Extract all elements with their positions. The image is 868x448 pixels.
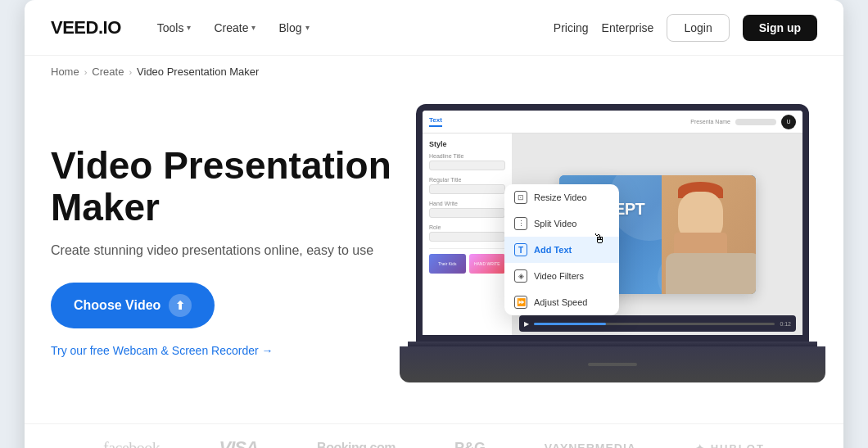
nav-enterprise[interactable]: Enterprise <box>602 21 654 34</box>
browser-window: VEED.IO Tools ▾ Create ▾ Blog ▾ Pricing … <box>25 0 843 448</box>
navigation: VEED.IO Tools ▾ Create ▾ Blog ▾ Pricing … <box>25 0 843 56</box>
laptop-bottom <box>400 346 825 382</box>
nav-links: Tools ▾ Create ▾ Blog ▾ <box>147 15 554 41</box>
hero-section: Video Presentation Maker Create stunning… <box>25 88 843 423</box>
editor-project-name: Presenta Name <box>690 119 730 124</box>
nav-blog[interactable]: Blog ▾ <box>269 15 319 41</box>
menu-filters[interactable]: ◈ Video Filters <box>504 263 619 289</box>
template-thumb-1[interactable]: Their Kids <box>429 254 466 274</box>
nav-create[interactable]: Create ▾ <box>204 15 265 41</box>
handwrite-input[interactable] <box>429 208 505 218</box>
hero-illustration: Text Presenta Name U Style <box>395 104 817 399</box>
brand-logo[interactable]: VEED.IO <box>51 17 121 38</box>
chevron-down-icon: ▾ <box>305 23 310 32</box>
role-input[interactable] <box>429 232 505 242</box>
menu-speed[interactable]: ⏩ Adjust Speed <box>504 289 619 315</box>
sidebar-section-title: Style <box>429 140 505 148</box>
laptop-screen: Text Presenta Name U Style <box>416 104 809 342</box>
editor-interface: Text Presenta Name U Style <box>423 111 802 335</box>
signup-button[interactable]: Sign up <box>743 15 817 41</box>
timeline: ▶ 0:12 <box>519 315 796 332</box>
breadcrumb-sep: › <box>84 67 88 77</box>
laptop-notch <box>588 363 637 366</box>
breadcrumb-create[interactable]: Create <box>92 66 124 78</box>
laptop-base <box>400 342 825 382</box>
speed-icon: ⏩ <box>514 296 527 309</box>
editor-sidebar: Style Headline Title Regular Title <box>423 133 513 335</box>
chevron-down-icon: ▾ <box>251 23 255 32</box>
headline-input-group: Headline Title <box>429 153 505 170</box>
regular-input-group: Regular Title <box>429 177 505 194</box>
resize-icon: ⊡ <box>514 191 527 204</box>
upload-icon: ⬆ <box>169 294 192 317</box>
user-avatar[interactable]: U <box>781 115 796 129</box>
regular-input[interactable] <box>429 184 505 194</box>
nav-tools[interactable]: Tools ▾ <box>147 15 201 41</box>
nav-pricing[interactable]: Pricing <box>554 21 589 34</box>
login-button[interactable]: Login <box>667 14 729 42</box>
hero-content: Video Presentation Maker Create stunning… <box>51 145 395 357</box>
chevron-down-icon: ▾ <box>187 23 191 32</box>
brand-visa: VISA <box>219 437 258 448</box>
editor-topbar: Text Presenta Name U <box>423 111 802 133</box>
brand-booking: Booking.com <box>317 441 396 448</box>
filter-icon: ◈ <box>514 269 527 283</box>
context-menu: ⊡ Resize Video ⋮ Split Video T Add Text <box>504 184 619 315</box>
laptop-mockup: Text Presenta Name U Style <box>400 104 825 382</box>
text-icon: T <box>514 243 527 256</box>
breadcrumb: Home › Create › Video Presentation Maker <box>25 56 843 88</box>
breadcrumb-sep: › <box>129 67 132 77</box>
split-icon: ⋮ <box>514 217 527 230</box>
brand-logos: facebook VISA Booking.com P&G VAYNERMEDI… <box>25 423 843 448</box>
editor-tab-text[interactable]: Text <box>429 116 442 127</box>
headline-input[interactable] <box>429 161 505 170</box>
brand-hublot: ✦ HUBLOT <box>695 442 765 449</box>
hero-subtitle: Create stunning video presentations onli… <box>51 243 395 258</box>
breadcrumb-current: Video Presentation Maker <box>137 66 259 78</box>
webcam-recorder-link[interactable]: Try our free Webcam & Screen Recorder → <box>51 344 274 357</box>
brand-vaynermedia: VAYNERMEDIA <box>545 441 636 448</box>
page-title: Video Presentation Maker <box>51 145 395 228</box>
choose-video-button[interactable]: Choose Video ⬆ <box>51 283 215 328</box>
template-thumb-2[interactable]: HAND WRITE <box>469 254 506 274</box>
brand-facebook: facebook <box>103 439 160 449</box>
breadcrumb-home[interactable]: Home <box>51 66 79 78</box>
nav-right: Pricing Enterprise Login Sign up <box>554 14 817 42</box>
brand-pg: P&G <box>454 440 486 449</box>
menu-resize[interactable]: ⊡ Resize Video <box>504 184 619 210</box>
cursor-icon: 🖱 <box>593 232 606 247</box>
